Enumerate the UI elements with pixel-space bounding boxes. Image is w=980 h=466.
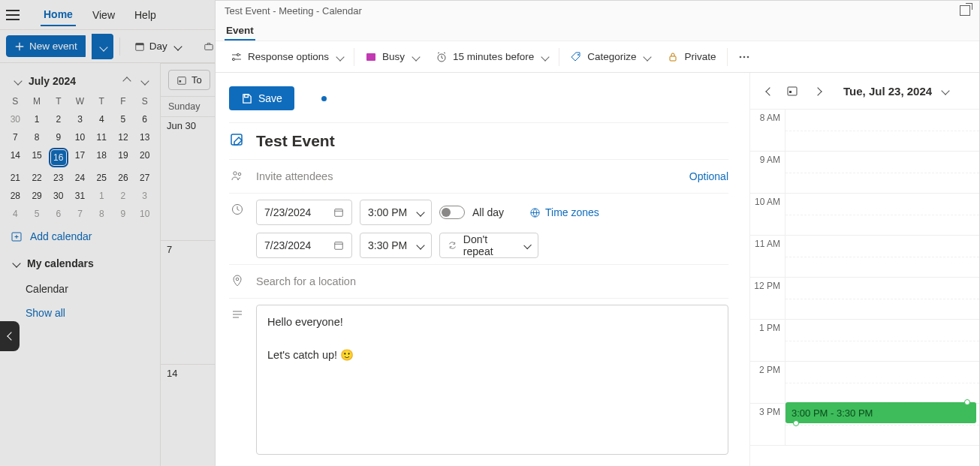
show-as-label: Busy — [382, 51, 405, 62]
private-button[interactable]: Private — [661, 47, 722, 68]
hour-row[interactable]: 9 AM — [750, 152, 979, 194]
hour-label: 10 AM — [750, 194, 785, 235]
more-ribbon-button[interactable] — [732, 51, 756, 63]
attendees-icon — [229, 166, 246, 182]
day-prev[interactable] — [761, 81, 776, 101]
time-zones-link[interactable]: Time zones — [529, 206, 599, 218]
day-picker-icon[interactable] — [783, 82, 801, 100]
timeline-event-label: 3:00 PM - 3:30 PM — [792, 407, 873, 419]
hour-label: 3 PM — [750, 404, 785, 445]
end-time-field[interactable]: 3:30 PM — [360, 233, 432, 258]
time-icon — [229, 200, 246, 216]
svg-rect-15 — [245, 94, 249, 97]
hour-row[interactable]: 10 AM — [750, 194, 979, 236]
tag-icon — [570, 51, 582, 63]
hour-label: 9 AM — [750, 152, 785, 193]
sidebar-expand-handle[interactable] — [0, 321, 20, 351]
resize-handle-icon[interactable] — [964, 399, 970, 405]
private-label: Private — [684, 51, 716, 62]
hour-row[interactable]: 1 PM — [750, 320, 979, 362]
event-body-input[interactable]: Hello everyone! Let's catch up! 🙂 — [256, 305, 728, 455]
attendees-input[interactable] — [256, 166, 679, 187]
repeat-icon — [448, 240, 457, 251]
hour-row[interactable]: 8 AM — [750, 110, 979, 152]
timeline-event[interactable]: 3:00 PM - 3:30 PM — [786, 402, 976, 423]
time-zones-label: Time zones — [545, 206, 599, 218]
svg-point-23 — [236, 278, 239, 281]
event-form: Save Optional — [216, 73, 750, 466]
all-day-label: All day — [472, 206, 504, 218]
day-grid[interactable]: 8 AM9 AM10 AM11 AM12 PM1 PM2 PM3 PM 3:00… — [750, 109, 979, 466]
more-icon — [738, 56, 750, 59]
hour-label: 1 PM — [750, 320, 785, 361]
response-options-button[interactable]: Response options — [225, 47, 349, 68]
reminder-button[interactable]: 15 minutes before — [430, 47, 554, 68]
description-icon — [229, 305, 246, 321]
start-time-value: 3:00 PM — [368, 206, 407, 218]
svg-rect-11 — [670, 56, 676, 61]
svg-rect-24 — [788, 87, 797, 95]
repeat-field[interactable]: Don't repeat — [439, 233, 538, 258]
end-date-field[interactable]: 7/23/2024 — [256, 233, 352, 258]
event-editor-window: Test Event - Meeting - Calendar Event Re… — [215, 0, 980, 466]
hour-row[interactable]: 12 PM — [750, 278, 979, 320]
event-ribbon: Response options Busy 15 minutes before … — [216, 41, 979, 73]
save-icon — [241, 93, 252, 104]
svg-rect-20 — [335, 209, 343, 217]
hour-label: 12 PM — [750, 278, 785, 319]
alarm-icon — [436, 51, 448, 63]
day-date-label[interactable]: Tue, Jul 23, 2024 — [843, 85, 932, 98]
svg-point-13 — [743, 56, 745, 58]
svg-point-17 — [234, 172, 237, 175]
svg-point-18 — [238, 173, 241, 176]
calendar-icon — [333, 240, 344, 251]
svg-point-12 — [739, 56, 741, 58]
svg-rect-25 — [789, 91, 792, 93]
sliders-icon — [231, 51, 243, 63]
reminder-label: 15 minutes before — [453, 51, 534, 62]
repeat-value: Don't repeat — [463, 233, 516, 257]
svg-point-14 — [746, 56, 749, 58]
hour-label: 2 PM — [750, 362, 785, 403]
start-date-value: 7/23/2024 — [264, 206, 311, 218]
hour-row[interactable]: 2 PM — [750, 362, 979, 404]
end-date-value: 7/23/2024 — [264, 239, 311, 251]
start-date-field[interactable]: 7/23/2024 — [256, 200, 352, 225]
svg-rect-22 — [335, 242, 343, 250]
event-title-icon — [229, 129, 246, 147]
show-as-button[interactable]: Busy — [359, 47, 425, 68]
categorize-button[interactable]: Categorize — [564, 47, 656, 68]
svg-point-10 — [577, 54, 579, 56]
event-title-input[interactable] — [256, 129, 728, 153]
busy-icon — [365, 51, 377, 63]
event-tab[interactable]: Event — [225, 22, 255, 41]
location-input[interactable] — [256, 271, 728, 292]
day-next[interactable] — [809, 81, 824, 101]
all-day-toggle[interactable] — [439, 206, 465, 219]
location-icon — [229, 271, 246, 287]
hour-label: 11 AM — [750, 236, 785, 277]
save-button[interactable]: Save — [229, 86, 294, 110]
lock-icon — [667, 51, 679, 63]
day-timeline-pane: Tue, Jul 23, 2024 8 AM9 AM10 AM11 AM12 P… — [750, 73, 979, 466]
unsaved-indicator-icon — [321, 96, 327, 101]
categorize-label: Categorize — [587, 51, 636, 62]
save-label: Save — [258, 92, 282, 104]
end-time-value: 3:30 PM — [368, 239, 407, 251]
globe-icon — [529, 207, 541, 218]
hour-label: 8 AM — [750, 110, 785, 151]
hour-row[interactable]: 11 AM — [750, 236, 979, 278]
start-time-field[interactable]: 3:00 PM — [360, 200, 432, 225]
svg-rect-8 — [366, 53, 375, 61]
optional-link[interactable]: Optional — [689, 166, 728, 182]
window-title: Test Event - Meeting - Calendar — [225, 5, 362, 17]
calendar-icon — [333, 207, 344, 218]
response-options-label: Response options — [248, 51, 329, 62]
popout-icon[interactable] — [960, 5, 970, 16]
resize-handle-icon[interactable] — [793, 420, 799, 426]
